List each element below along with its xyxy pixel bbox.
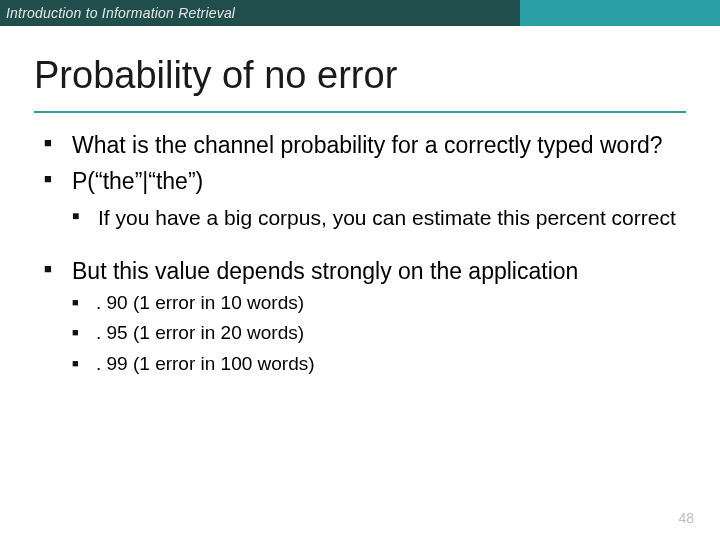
spacer — [44, 239, 676, 257]
bullet-item: What is the channel probability for a co… — [44, 131, 676, 159]
bullet-list: What is the channel probability for a co… — [44, 131, 676, 231]
bullet-sublist: . 90 (1 error in 10 words) . 95 (1 error… — [72, 291, 676, 377]
bullet-text: But this value depends strongly on the a… — [72, 258, 578, 284]
title-area: Probability of no error — [0, 26, 720, 105]
bullet-text: P(“the”|“the”) — [72, 168, 203, 194]
bullet-text: . 99 (1 error in 100 words) — [96, 353, 315, 374]
bullet-list: But this value depends strongly on the a… — [44, 257, 676, 377]
bullet-item: . 90 (1 error in 10 words) — [72, 291, 676, 316]
page-number: 48 — [678, 510, 694, 526]
bullet-item: P(“the”|“the”) If you have a big corpus,… — [44, 167, 676, 231]
course-label: Introduction to Information Retrieval — [6, 5, 235, 21]
bullet-sublist: If you have a big corpus, you can estima… — [72, 205, 676, 231]
slide: Introduction to Information Retrieval Pr… — [0, 0, 720, 540]
top-bar-left: Introduction to Information Retrieval — [0, 0, 520, 26]
bullet-item: . 95 (1 error in 20 words) — [72, 321, 676, 346]
bullet-text: What is the channel probability for a co… — [72, 132, 663, 158]
content-area: What is the channel probability for a co… — [0, 113, 720, 377]
slide-title: Probability of no error — [34, 54, 686, 97]
bullet-text: If you have a big corpus, you can estima… — [98, 206, 676, 229]
bullet-item: If you have a big corpus, you can estima… — [72, 205, 676, 231]
top-bar-right — [520, 0, 720, 26]
top-bar: Introduction to Information Retrieval — [0, 0, 720, 26]
bullet-item: . 99 (1 error in 100 words) — [72, 352, 676, 377]
bullet-text: . 95 (1 error in 20 words) — [96, 322, 304, 343]
bullet-item: But this value depends strongly on the a… — [44, 257, 676, 377]
bullet-text: . 90 (1 error in 10 words) — [96, 292, 304, 313]
